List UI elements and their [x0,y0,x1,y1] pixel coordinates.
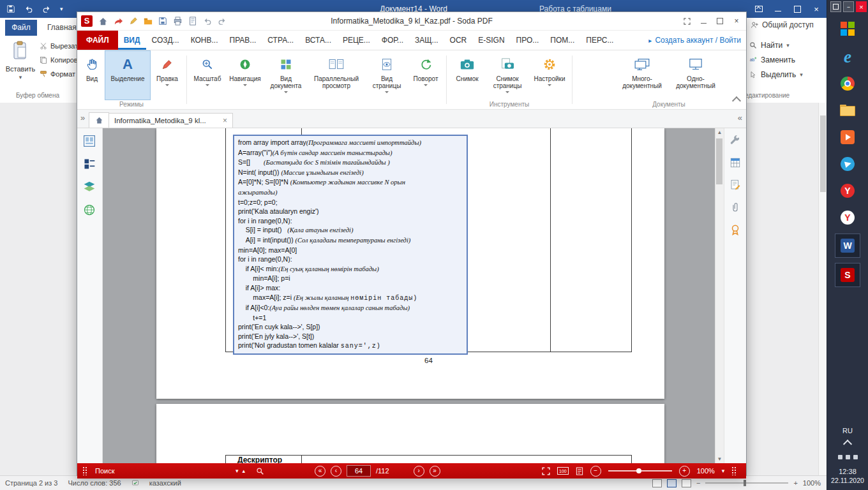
chevron-down-icon[interactable] [505,91,509,95]
zoom-slider[interactable] [608,470,672,471]
pdf-viewer[interactable]: from array import array(Программага масс… [103,128,715,463]
view-hand-button[interactable]: Вид [79,50,105,100]
soda-menu-tab-view[interactable]: ВИД [118,31,146,50]
chevron-down-icon[interactable] [424,84,428,88]
edit-button[interactable]: Правка [151,50,184,100]
soda-menu-tab-create[interactable]: СОЗД... [146,31,185,50]
previous-page-button[interactable]: ‹ [331,466,341,477]
taskbar-soda-pdf[interactable]: S [835,263,860,287]
last-page-button[interactable]: » [430,466,440,477]
search-label[interactable]: Поиск [95,463,114,479]
snapshot-button[interactable]: Снимок [449,50,485,100]
zoom-slider-thumb[interactable] [636,468,641,473]
taskbar-yandex[interactable]: Y [835,179,860,203]
chevron-down-icon[interactable] [206,84,209,88]
scrollbar-thumb[interactable] [716,138,722,184]
soda-menu-tab-convert[interactable]: КОНВ... [185,31,224,50]
soda-menu-tab-file[interactable]: ФАЙЛ [77,31,118,50]
soda-menu-tab-insert[interactable]: ВСТА... [299,31,337,50]
soda-menu-tab-pages[interactable]: СТРА... [262,31,299,50]
soda-menu-tab-review[interactable]: РЕЦЕ... [337,31,376,50]
home-tab[interactable] [89,112,109,128]
find-button[interactable]: Найти ▾ [749,41,789,50]
tray-icon[interactable] [838,455,842,459]
print-layout-icon[interactable] [667,479,677,487]
soda-menu-tab-esign[interactable]: E-SIGN [472,31,510,50]
fit-page-icon[interactable] [576,467,583,475]
taskbar-internet-explorer[interactable]: e [835,45,860,69]
taskbar-word[interactable]: W [835,234,860,258]
settings-button[interactable]: Настройки [530,50,569,100]
paste-button[interactable]: Вставить ▾ [4,38,37,92]
multi-document-button[interactable]: Много-документный [615,50,669,100]
search-collapse-icons[interactable]: ▾▴ [236,463,245,479]
scrollbar-thumb[interactable] [820,115,826,192]
search-icon[interactable] [256,463,264,479]
document-view-button[interactable]: Вид документа [265,50,307,100]
first-page-button[interactable]: « [315,466,326,477]
next-page-button[interactable]: › [414,466,424,477]
taskbar-media-player[interactable] [835,125,860,149]
page-indicator[interactable]: Страница 2 из 3 [5,479,57,487]
taskbar-file-explorer[interactable] [835,98,860,122]
soda-menu-tab-pro[interactable]: ПРО... [511,31,545,50]
minimize-button[interactable] [768,0,788,18]
create-account-link[interactable]: ▸ Создать аккаунт / Войти [648,31,741,50]
close-button[interactable]: × [730,14,744,28]
table-panel-icon[interactable] [730,157,741,168]
thumbnails-panel-icon[interactable] [83,135,96,147]
right-panel-expand-icon[interactable]: « [738,113,742,122]
attachments-paperclip-icon[interactable] [730,202,741,213]
layers-panel-icon[interactable] [82,181,96,193]
soda-menu-tab-ocr[interactable]: OCR [444,31,473,50]
word-tab-file[interactable]: Файл [5,20,37,36]
navigation-button[interactable]: Навигация [225,50,265,100]
taskbar-yandex-browser[interactable]: Y [835,205,860,230]
minimize-button[interactable] [696,14,710,28]
close-button[interactable]: × [807,0,826,18]
soda-menu-tab-edit[interactable]: ПРАВ... [224,31,262,50]
tray-icon[interactable] [853,455,858,459]
soda-menu-tab-secure[interactable]: ЗАЩ... [409,31,444,50]
soda-menu-tab-help[interactable]: ПОМ... [544,31,580,50]
scroll-down-icon[interactable]: ▼ [715,455,724,463]
tools-wrench-icon[interactable] [730,135,741,146]
parallel-view-button[interactable]: Параллельный просмотр [307,50,366,100]
chevron-down-icon[interactable] [165,84,169,88]
zoom-percent[interactable]: 100% [803,479,821,487]
document-tab[interactable]: Informatika_Metodika_9 kl... × [108,113,233,128]
zoom-100-icon[interactable]: 100 [557,467,569,475]
zoom-slider[interactable] [705,482,788,484]
spellcheck-icon[interactable] [131,479,139,487]
fit-screen-icon[interactable] [542,467,550,475]
tray-icon[interactable] [846,455,850,459]
word-count[interactable]: Число слов: 356 [68,479,121,487]
taskbar-chrome[interactable] [835,71,860,96]
fullscreen-button[interactable] [680,14,694,28]
left-panel-expand-icon[interactable]: » [80,113,85,122]
drag-grip-icon[interactable] [731,466,737,475]
scroll-up-icon[interactable]: ▲ [715,128,724,137]
select-button[interactable]: Выделить ▾ [749,70,803,79]
single-document-button[interactable]: Одно-документный [669,50,722,100]
current-page-input[interactable]: 64 [347,465,371,477]
chevron-down-icon[interactable]: ▾ [722,468,725,474]
stamp-badge-icon[interactable] [730,224,741,235]
start-button[interactable] [835,17,860,41]
drag-grip-icon[interactable] [82,463,87,479]
ribbon-options-button[interactable] [749,0,768,18]
rotate-button[interactable]: Поворот [408,50,444,100]
bookmarks-panel-icon[interactable] [83,158,96,170]
chevron-down-icon[interactable] [243,84,247,88]
zoom-in-button[interactable]: + [679,466,690,477]
corner-restore-button[interactable] [830,1,841,12]
web-layout-icon[interactable] [682,479,691,487]
taskbar-telegram[interactable] [835,152,860,176]
clock-time[interactable]: 12:38 [827,467,868,476]
restore-button[interactable] [788,0,807,18]
chevron-down-icon[interactable] [548,84,551,88]
chevron-down-icon[interactable] [385,91,389,95]
page-snapshot-button[interactable]: Снимок страницы [485,50,530,100]
corner-minimize-button[interactable]: − [843,1,854,12]
comments-panel-icon[interactable] [730,179,741,191]
